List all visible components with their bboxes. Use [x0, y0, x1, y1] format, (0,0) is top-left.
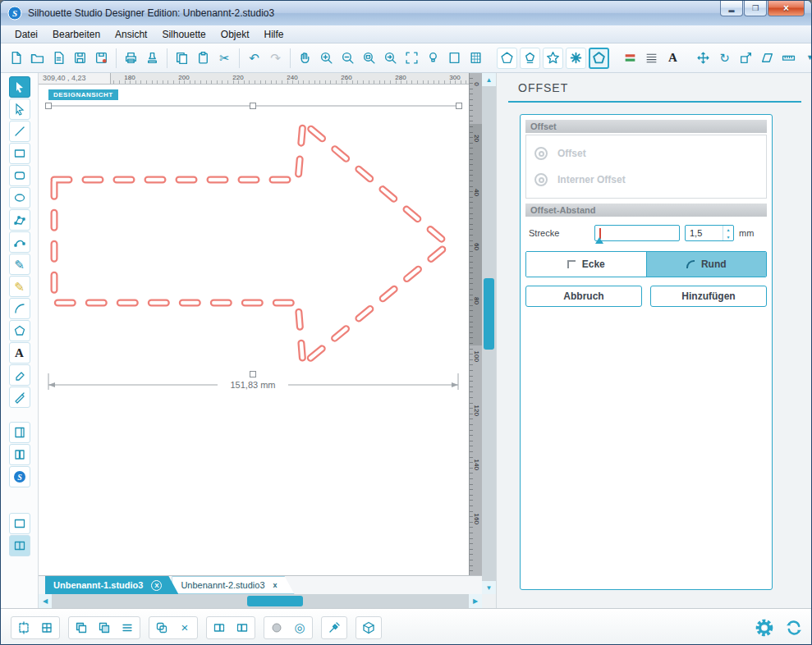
document-properties-button[interactable] [48, 48, 69, 69]
selection-handle[interactable] [250, 372, 256, 377]
distance-input[interactable]: 1,5 ▲ ▼ [685, 225, 734, 241]
select-tool-button[interactable] [9, 76, 30, 98]
menu-item-ansicht[interactable]: Ansicht [108, 27, 154, 42]
distance-slider[interactable] [594, 225, 680, 241]
library-button[interactable] [9, 444, 30, 465]
transform-frame-button[interactable] [13, 619, 34, 637]
internal-offset-option[interactable]: Interner Offset [534, 167, 758, 193]
new-document-button[interactable] [6, 48, 26, 69]
rotate-tool-button[interactable]: ↻ [714, 48, 735, 69]
arrange-stack-button[interactable] [117, 619, 138, 637]
maximize-button[interactable]: ❒ [744, 1, 767, 16]
print-button[interactable] [121, 48, 141, 69]
eyedropper-button[interactable] [323, 619, 345, 637]
line-tool-button[interactable] [9, 121, 30, 142]
send-to-back-button[interactable] [71, 619, 92, 637]
cube-button[interactable] [358, 619, 379, 637]
offset-tool-button[interactable] [589, 48, 609, 69]
undo-button[interactable]: ↶ [244, 48, 264, 69]
emboss-tool-button[interactable] [520, 48, 540, 69]
slider-thumb[interactable] [595, 237, 603, 244]
duplicate-left-button[interactable] [209, 619, 230, 637]
tab-Unbenannt-1.studio3[interactable]: Unbenannt-1.studio3X [45, 576, 178, 594]
measure-tool-button[interactable] [778, 48, 799, 69]
tab-close-button[interactable]: X [151, 580, 162, 591]
settings-gear-button[interactable] [755, 619, 773, 637]
round-style-button[interactable]: Rund [646, 252, 767, 277]
text-style-button[interactable]: A [663, 48, 683, 69]
line-color-button[interactable] [620, 48, 640, 69]
sync-button[interactable] [785, 619, 803, 637]
redo-button[interactable]: ↷ [265, 48, 286, 69]
eraser-tool-button[interactable] [9, 364, 30, 386]
lasso-fill-button[interactable] [266, 619, 287, 637]
copy-button[interactable] [172, 48, 192, 69]
design-canvas[interactable]: DESIGNANSICHT 151,83 mm [39, 85, 469, 575]
selection-handle[interactable] [456, 103, 462, 109]
fit-page-button[interactable] [401, 48, 422, 69]
toolbar-more-button[interactable]: ▼ [800, 48, 812, 69]
text-tool-button[interactable]: A [9, 342, 30, 364]
single-view-button[interactable] [9, 513, 30, 534]
weld-button[interactable] [151, 619, 172, 637]
menu-item-hilfe[interactable]: Hilfe [256, 27, 291, 42]
rectangle-tool-button[interactable] [9, 143, 30, 164]
offset-option[interactable]: Offset [534, 140, 758, 167]
split-view-button[interactable] [9, 535, 30, 556]
save-as-button[interactable] [91, 48, 112, 69]
ellipse-tool-button[interactable] [9, 187, 30, 208]
save-button[interactable] [70, 48, 90, 69]
flower-tool-button[interactable] [566, 48, 586, 69]
menu-item-silhouette[interactable]: Silhouette [154, 27, 213, 42]
selection-handle[interactable] [46, 103, 52, 109]
menu-item-bearbeiten[interactable]: Bearbeiten [45, 27, 108, 42]
cancel-button[interactable]: Abbruch [525, 286, 642, 307]
point-edit-tool-button[interactable] [9, 98, 30, 120]
transform-grid-button[interactable] [36, 619, 57, 637]
shadow-tool-button[interactable] [497, 48, 517, 69]
spinner-up-button[interactable]: ▲ [723, 226, 733, 233]
corner-style-button[interactable]: Ecke [526, 252, 646, 277]
offset-rings-button[interactable]: ◎ [289, 619, 310, 637]
pan-tool-button[interactable] [295, 48, 315, 69]
scroll-down-button[interactable]: ▼ [482, 581, 496, 594]
apply-button[interactable]: Hinzufügen [650, 286, 767, 307]
page-panel-button[interactable] [9, 422, 30, 443]
rounded-rectangle-tool-button[interactable] [9, 165, 30, 186]
regular-polygon-tool-button[interactable] [9, 320, 30, 341]
zoom-out-button[interactable] [337, 48, 358, 69]
vertical-scroll-thumb[interactable] [484, 278, 494, 350]
tab-Unbenannt-2.studio3[interactable]: Unbenannt-2.studio3x [172, 576, 294, 594]
spinner-down-button[interactable]: ▼ [723, 233, 733, 240]
zoom-drag-button[interactable] [380, 48, 401, 69]
tab-close-button[interactable]: x [273, 581, 278, 589]
curve-tool-button[interactable] [9, 231, 30, 253]
release-compound-button[interactable]: × [174, 619, 195, 637]
store-button[interactable]: S [9, 466, 30, 487]
zoom-in-button[interactable] [316, 48, 337, 69]
paste-button[interactable] [193, 48, 213, 69]
horizontal-scroll-thumb[interactable] [247, 596, 303, 606]
grid-settings-button[interactable] [466, 48, 486, 69]
selection-handle[interactable] [250, 103, 256, 109]
zoom-selection-button[interactable] [359, 48, 379, 69]
bring-to-front-button[interactable] [94, 619, 115, 637]
freehand-tool-button[interactable]: ✎ [9, 254, 30, 275]
open-file-button[interactable] [27, 48, 48, 69]
vertical-scrollbar[interactable]: ▲ ▼ [482, 73, 496, 594]
trace-button[interactable] [423, 48, 443, 69]
move-tool-button[interactable] [693, 48, 713, 69]
title-bar[interactable]: S Silhouette Studio Designer Edition: Un… [1, 1, 811, 25]
cut-button[interactable]: ✂ [214, 48, 235, 69]
page-settings-button[interactable] [444, 48, 465, 69]
duplicate-right-button[interactable] [232, 619, 253, 637]
knife-tool-button[interactable] [9, 387, 30, 408]
star-tool-button[interactable] [543, 48, 563, 69]
scroll-right-button[interactable]: ▶ [469, 594, 482, 608]
horizontal-scrollbar[interactable]: ◀ ▶ [39, 594, 482, 608]
send-to-silhouette-button[interactable] [142, 48, 163, 69]
scroll-left-button[interactable]: ◀ [39, 594, 52, 608]
scale-tool-button[interactable] [736, 48, 756, 69]
offset-arrow-outline[interactable] [54, 122, 448, 364]
menu-item-objekt[interactable]: Objekt [213, 27, 257, 42]
